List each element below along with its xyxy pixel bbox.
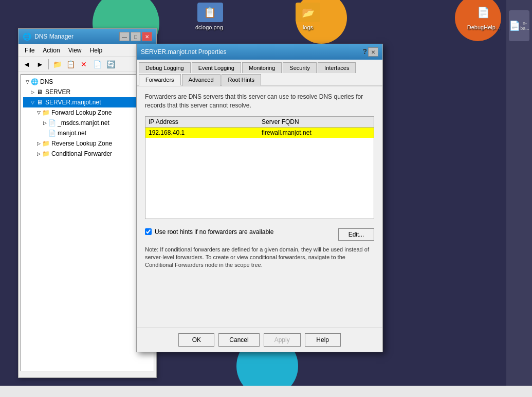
refresh-btn[interactable]: 🔄	[104, 58, 117, 70]
logs-icon: 📂	[296, 3, 320, 22]
root-hints-label: Use root hints if no forwarders are avai…	[155, 228, 273, 236]
row1-fqdn: firewall.manjot.net	[262, 129, 371, 136]
forward-zone-icon: 📁	[42, 109, 50, 117]
tree-item-server[interactable]: ▷ 🖥 SERVER	[23, 87, 152, 97]
msdcs-label: _msdcs.manjot.net	[58, 119, 109, 127]
server-manjot-label: SERVER.manjot.net	[45, 99, 101, 106]
manjot-label: manjot.net	[58, 130, 86, 137]
desktop: 📋 dclogo.png 📂 logs 📄 DebugHelp... 📄 n-b…	[0, 0, 532, 397]
tree-item-msdcs[interactable]: ▷ 📄 _msdcs.manjot.net	[23, 118, 152, 128]
tab-debug-logging[interactable]: Debug Logging	[139, 62, 191, 73]
expand-dns-icon: ▽	[24, 79, 30, 84]
minimize-button[interactable]: —	[119, 32, 130, 41]
tab-root-hints[interactable]: Root Hints	[222, 74, 261, 86]
debughelp-icon: 📄	[471, 3, 496, 22]
cancel-button[interactable]: Cancel	[218, 333, 259, 347]
toolbar: ◄ ► 📁 📋 ✕ 📄 🔄	[19, 57, 156, 72]
dialog-close-button[interactable]: ✕	[368, 47, 378, 57]
tab-forwarders[interactable]: Forwarders	[139, 74, 181, 86]
reverse-zone-label: Reverse Lookup Zone	[51, 140, 112, 147]
forwarders-table-area: IP Address Server FQDN 192.168.40.1 fire…	[145, 116, 374, 224]
expand-server-icon: ▷	[29, 89, 35, 95]
menu-help[interactable]: Help	[86, 46, 107, 55]
maximize-button[interactable]: □	[131, 32, 141, 41]
dns-tree-panel: ▽ 🌐 DNS ▷ 🖥 SERVER ▽ 🖥 SERVER.manjot.net…	[21, 74, 154, 371]
dialog-footer: OK Cancel Apply Help	[137, 328, 382, 352]
forwarders-note: Note: If conditional forwarders are defi…	[145, 246, 374, 269]
menu-view[interactable]: View	[64, 46, 86, 55]
tab-interfaces[interactable]: Interfaces	[318, 62, 356, 73]
right-panel-icon[interactable]: 📄 n-ba...	[509, 10, 529, 41]
tree-item-forward-zone[interactable]: ▽ 📁 Forward Lookup Zone	[23, 107, 152, 118]
forward-toolbar-btn[interactable]: ►	[34, 58, 46, 70]
dns-root-label: DNS	[40, 78, 53, 85]
right-panel: 📄 n-ba...	[506, 0, 532, 397]
titlebar-controls: — □ ✕	[119, 32, 152, 41]
table-row-1[interactable]: 192.168.40.1 firewall.manjot.net	[145, 128, 374, 138]
root-hints-checkbox[interactable]	[145, 228, 152, 235]
tree-item-dns-root[interactable]: ▽ 🌐 DNS	[23, 77, 152, 87]
expand-reverse-icon: ▷	[35, 141, 42, 146]
server-icon: 🖥	[35, 88, 44, 96]
checkbox-edit-row: Use root hints if no forwarders are avai…	[145, 228, 374, 241]
properties-btn[interactable]: 📄	[91, 58, 103, 70]
dialog-titlebar: SERVER.manjot.net Properties ? ✕	[137, 44, 382, 60]
expand-conditional-icon: ▷	[35, 151, 42, 156]
dclogo-icon: 📋	[197, 3, 223, 22]
dialog-titlebar-controls: ? ✕	[362, 47, 378, 57]
col-ip-address: IP Address	[149, 118, 262, 125]
tree-item-manjot[interactable]: 📄 manjot.net	[23, 128, 152, 138]
properties-dialog: SERVER.manjot.net Properties ? ✕ Debug L…	[136, 44, 383, 352]
tab-security[interactable]: Security	[283, 62, 317, 73]
tree-item-conditional[interactable]: ▷ 📁 Conditional Forwarder	[23, 149, 152, 159]
tab-advanced[interactable]: Advanced	[182, 74, 221, 86]
dialog-title: SERVER.manjot.net Properties	[141, 48, 227, 56]
conditional-icon: 📁	[42, 150, 50, 158]
new-zone-btn[interactable]: 📋	[64, 58, 77, 70]
tab-monitoring[interactable]: Monitoring	[242, 62, 282, 73]
row1-ip: 192.168.40.1	[149, 129, 262, 136]
tab-event-logging[interactable]: Event Logging	[192, 62, 241, 73]
ok-button[interactable]: OK	[178, 333, 214, 347]
expand-msdcs-icon: ▷	[42, 120, 48, 125]
checkbox-container: Use root hints if no forwarders are avai…	[145, 228, 273, 236]
col-server-fqdn: Server FQDN	[262, 118, 371, 125]
dns-manager-titlebar: 🌐 DNS Manager — □ ✕	[19, 29, 156, 44]
tree-item-server-manjot[interactable]: ▽ 🖥 SERVER.manjot.net	[23, 97, 152, 107]
status-bar	[0, 386, 532, 397]
msdcs-icon: 📄	[48, 119, 56, 127]
help-button[interactable]: Help	[305, 333, 341, 347]
edit-button[interactable]: Edit...	[338, 228, 374, 241]
apply-button[interactable]: Apply	[264, 333, 301, 347]
manjot-icon: 📄	[48, 129, 56, 137]
delete-btn[interactable]: ✕	[78, 58, 90, 70]
back-toolbar-btn[interactable]: ◄	[21, 58, 33, 70]
forward-zone-label: Forward Lookup Zone	[51, 109, 112, 116]
dns-root-icon: 🌐	[30, 78, 39, 86]
desktop-icon-logs[interactable]: 📂 logs	[296, 3, 320, 30]
forwarders-description: Forwarders are DNS servers that this ser…	[145, 93, 374, 110]
debughelp-label: DebugHelp...	[467, 24, 500, 30]
titlebar-title-area: 🌐 DNS Manager	[23, 32, 74, 41]
table-header: IP Address Server FQDN	[145, 117, 374, 128]
desktop-icon-dclogo[interactable]: 📋 dclogo.png	[195, 3, 223, 30]
show-zone-btn[interactable]: 📁	[51, 58, 63, 70]
server-label: SERVER	[45, 88, 70, 96]
logs-label: logs	[303, 24, 313, 30]
server-manjot-icon: 🖥	[35, 98, 44, 106]
menubar: File Action View Help	[19, 44, 156, 57]
toolbar-sep-1	[48, 59, 49, 69]
tab-strip: Debug Logging Event Logging Monitoring S…	[137, 60, 382, 86]
desktop-icon-debughelp[interactable]: 📄 DebugHelp...	[467, 3, 500, 30]
dialog-help-icon[interactable]: ?	[362, 47, 367, 57]
forwarders-table-container: IP Address Server FQDN 192.168.40.1 fire…	[145, 116, 374, 224]
close-button[interactable]: ✕	[142, 32, 152, 41]
tree-item-reverse-zone[interactable]: ▷ 📁 Reverse Lookup Zone	[23, 138, 152, 149]
dns-app-icon: 🌐	[23, 32, 31, 41]
menu-action[interactable]: Action	[39, 46, 64, 55]
dialog-content: Forwarders are DNS servers that this ser…	[137, 86, 382, 276]
menu-file[interactable]: File	[21, 46, 39, 55]
forwarders-table: IP Address Server FQDN 192.168.40.1 fire…	[145, 116, 374, 219]
reverse-zone-icon: 📁	[42, 139, 50, 148]
expand-servermanjot-icon: ▽	[29, 100, 35, 105]
